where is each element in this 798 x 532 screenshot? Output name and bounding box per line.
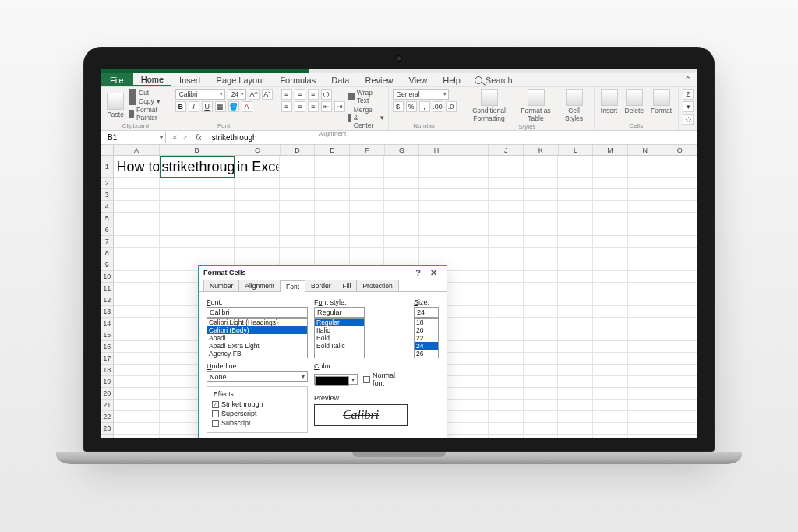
cell-N16[interactable]	[628, 341, 663, 353]
cell-L12[interactable]	[558, 294, 593, 306]
cell-H4[interactable]	[419, 201, 454, 213]
tab-file[interactable]: File	[101, 73, 133, 86]
cell-H7[interactable]	[419, 236, 454, 248]
cell-M15[interactable]	[593, 329, 628, 341]
column-header-L[interactable]: L	[559, 145, 594, 155]
cut-button[interactable]: Cut	[129, 89, 167, 97]
cell-J15[interactable]	[489, 329, 524, 341]
cell-C4[interactable]	[235, 201, 280, 213]
font-style-input[interactable]: Regular	[314, 307, 365, 318]
cell-J6[interactable]	[489, 224, 524, 236]
tab-data[interactable]: Data	[323, 73, 357, 86]
cell-F2[interactable]	[350, 178, 385, 189]
wrap-text-button[interactable]: Wrap Text	[348, 89, 384, 104]
cell-I14[interactable]	[454, 318, 489, 329]
cell-A7[interactable]	[114, 236, 159, 248]
cell-L21[interactable]	[558, 400, 593, 411]
style-list-item[interactable]: Bold	[315, 334, 364, 342]
tab-insert[interactable]: Insert	[171, 73, 209, 86]
cell-C3[interactable]	[235, 189, 280, 201]
row-header-6[interactable]: 6	[101, 224, 114, 236]
cell-O23[interactable]	[662, 423, 697, 435]
cell-C6[interactable]	[235, 224, 280, 236]
cell-I10[interactable]	[454, 271, 489, 283]
row-header-16[interactable]: 16	[101, 341, 114, 353]
cell-A9[interactable]	[114, 259, 159, 271]
dialog-help-icon[interactable]: ?	[411, 268, 425, 277]
cell-L23[interactable]	[558, 423, 593, 435]
name-box[interactable]: B1	[104, 132, 166, 143]
font-size-combo[interactable]: 24	[228, 89, 246, 100]
row-header-18[interactable]: 18	[101, 365, 114, 376]
cell-L1[interactable]	[558, 156, 593, 178]
font-list-item[interactable]: Calibri (Body)	[207, 326, 307, 334]
cell-F7[interactable]	[350, 236, 385, 248]
font-list-item[interactable]: Aharoni	[207, 358, 307, 358]
cell-I8[interactable]	[454, 248, 489, 259]
align-left-button[interactable]: ≡	[281, 101, 292, 112]
cell-L20[interactable]	[558, 388, 593, 400]
row-header-22[interactable]: 22	[101, 411, 114, 423]
cell-N22[interactable]	[628, 411, 663, 423]
cell-K12[interactable]	[524, 294, 559, 306]
cell-L13[interactable]	[558, 306, 593, 318]
row-header-5[interactable]: 5	[101, 213, 114, 224]
cell-J18[interactable]	[489, 365, 524, 376]
row-header-12[interactable]: 12	[101, 294, 114, 306]
cell-N18[interactable]	[628, 365, 663, 376]
cell-M13[interactable]	[593, 306, 628, 318]
cell-M12[interactable]	[593, 294, 628, 306]
cell-N11[interactable]	[628, 283, 663, 294]
cell-A14[interactable]	[114, 318, 159, 329]
cell-I6[interactable]	[454, 224, 489, 236]
cell-K11[interactable]	[524, 283, 559, 294]
cell-N1[interactable]	[628, 156, 663, 178]
dialog-tab-number[interactable]: Number	[203, 280, 239, 291]
cell-A19[interactable]	[114, 376, 159, 388]
cell-A4[interactable]	[114, 201, 159, 213]
cell-O3[interactable]	[662, 189, 697, 201]
cell-N12[interactable]	[628, 294, 663, 306]
cell-A15[interactable]	[114, 329, 159, 341]
decrease-decimal-button[interactable]: .0	[446, 101, 457, 112]
cell-N9[interactable]	[628, 259, 663, 271]
row-header-7[interactable]: 7	[101, 236, 114, 248]
cell-B4[interactable]	[160, 201, 235, 213]
tab-help[interactable]: Help	[435, 73, 468, 86]
cell-L6[interactable]	[558, 224, 593, 236]
cell-M5[interactable]	[593, 213, 628, 224]
paste-button[interactable]: Paste	[104, 93, 126, 118]
cell-L11[interactable]	[558, 283, 593, 294]
formula-input[interactable]: strikethrough	[207, 132, 697, 143]
cell-A24[interactable]	[114, 435, 159, 438]
size-list-item[interactable]: 20	[415, 326, 438, 334]
cell-D8[interactable]	[280, 248, 315, 259]
cell-I22[interactable]	[454, 411, 489, 423]
dialog-tab-border[interactable]: Border	[305, 280, 337, 291]
cell-I5[interactable]	[454, 213, 489, 224]
cell-L10[interactable]	[558, 271, 593, 283]
column-header-G[interactable]: G	[385, 145, 420, 155]
cell-I20[interactable]	[454, 388, 489, 400]
cell-O9[interactable]	[662, 259, 697, 271]
column-header-O[interactable]: O	[662, 145, 697, 155]
cell-I18[interactable]	[454, 365, 489, 376]
font-list-item[interactable]: Calibri Light (Headings)	[207, 319, 307, 326]
cell-H8[interactable]	[419, 248, 454, 259]
cell-L4[interactable]	[558, 201, 593, 213]
column-header-D[interactable]: D	[281, 145, 316, 155]
dialog-close-icon[interactable]: ✕	[425, 268, 442, 278]
cell-N20[interactable]	[628, 388, 663, 400]
row-header-24[interactable]: 24	[101, 435, 114, 438]
cell-L22[interactable]	[558, 411, 593, 423]
font-list-item[interactable]: Abadi	[207, 334, 307, 342]
font-name-combo[interactable]: Calibri	[175, 89, 225, 100]
italic-button[interactable]: I	[189, 101, 200, 112]
row-header-10[interactable]: 10	[101, 271, 114, 283]
cell-J7[interactable]	[489, 236, 524, 248]
cell-O24[interactable]	[662, 435, 697, 438]
cell-I24[interactable]	[454, 435, 489, 438]
cell-L3[interactable]	[558, 189, 593, 201]
column-header-I[interactable]: I	[454, 145, 489, 155]
column-header-F[interactable]: F	[350, 145, 385, 155]
